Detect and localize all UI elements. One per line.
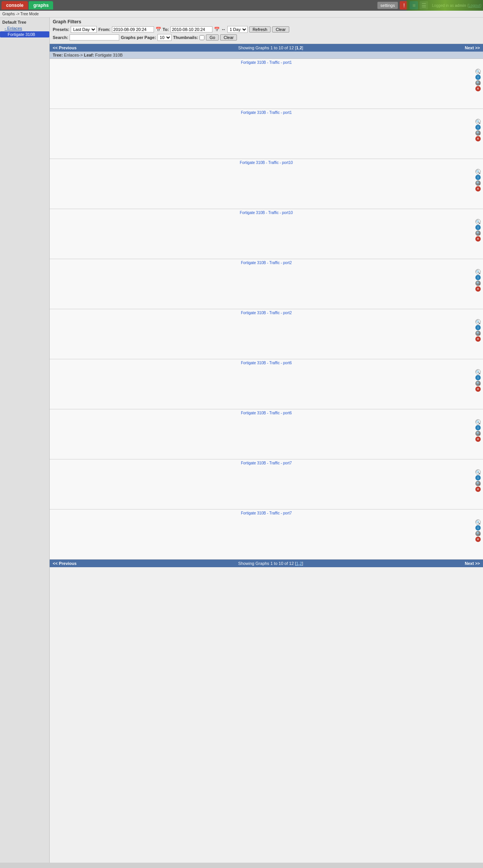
search-graph-icon[interactable]: 🔍 [475,230,481,236]
info-graph-icon[interactable]: i [475,125,481,130]
info-graph-icon[interactable]: i [475,525,481,531]
console-tab[interactable]: console [2,1,28,10]
search-graph-icon[interactable]: 🔍 [475,481,481,486]
sidebar: Default Tree - Enlaces Fortigate 310B [0,18,50,863]
next-button-top[interactable]: Next >> [465,45,480,50]
page-2-link-bottom[interactable]: 2 [300,561,302,566]
graph-icon-group: 🔍i🔍✕ [474,217,482,243]
graph-item: Fortigate 310B - Traffic - port1🔍i🔍✕ [50,109,483,159]
page-2-link-top[interactable]: 2 [300,45,302,50]
graph-title-link[interactable]: Fortigate 310B - Traffic - port7 [241,511,292,515]
graph-icon-group: 🔍i🔍✕ [474,368,482,393]
leaf-value: Fortigate 310B [95,53,123,57]
clear-button[interactable]: Clear [272,26,289,32]
search-graph-icon[interactable]: 🔍 [475,130,481,136]
graph-icon-group: 🔍i🔍✕ [474,117,482,143]
graph-plot-area: Fortigate 310B - Traffic - port2🔍i🔍✕ [50,309,483,359]
zoom-icon[interactable]: 🔍 [475,219,481,224]
interval-select[interactable]: 1 Day [227,26,248,33]
breadcrumb: Graphs -> Tree Mode [0,11,483,18]
search-graph-icon[interactable]: 🔍 [475,381,481,386]
graph-title-link[interactable]: Fortigate 310B - Traffic - port6 [241,411,292,415]
page-1-link-bottom[interactable]: 1 [296,561,298,566]
zoom-icon[interactable]: 🔍 [475,419,481,425]
refresh-button[interactable]: Refresh [249,26,271,32]
graph-item: Fortigate 310B - Traffic - port6🔍i🔍✕ [50,359,483,409]
search-graph-icon[interactable]: 🔍 [475,431,481,436]
info-graph-icon[interactable]: i [475,475,481,480]
zoom-icon[interactable]: 🔍 [475,69,481,74]
info-graph-icon[interactable]: i [475,75,481,80]
presets-select[interactable]: Last Day [71,26,97,33]
delete-graph-icon[interactable]: ✕ [475,136,481,141]
zoom-icon[interactable]: 🔍 [475,469,481,475]
delete-graph-icon[interactable]: ✕ [475,386,481,392]
graph-title-link[interactable]: Fortigate 310B - Traffic - port2 [241,311,292,315]
next-button-bottom[interactable]: Next >> [465,561,480,566]
page-1-link-top[interactable]: 1 [296,45,298,50]
thumbnails-checkbox[interactable] [199,35,204,40]
search-input[interactable] [70,34,119,41]
graph-title-link[interactable]: Fortigate 310B - Traffic - port10 [240,211,293,215]
graph-icon-group: 🔍i🔍✕ [474,418,482,443]
prev-button-bottom[interactable]: << Previous [53,561,76,566]
tree-label: Tree: [53,53,63,57]
zoom-icon[interactable]: 🔍 [475,519,481,525]
sidebar-default-tree[interactable]: Default Tree [0,19,49,25]
delete-graph-icon[interactable]: ✕ [475,436,481,442]
info-graph-icon[interactable]: i [475,425,481,430]
from-calendar-icon[interactable]: 📅 [156,27,161,32]
info-graph-icon[interactable]: i [475,375,481,380]
graph-title-link[interactable]: Fortigate 310B - Traffic - port7 [241,461,292,465]
graph-icon-group: 🔍i🔍✕ [474,518,482,544]
graph-item: Fortigate 310B - Traffic - port10🔍i🔍✕ [50,159,483,209]
zoom-icon[interactable]: 🔍 [475,269,481,274]
graphs-per-page-label: Graphs per Page: [121,35,156,40]
to-calendar-icon[interactable]: 📅 [214,27,220,32]
graph-title-link[interactable]: Fortigate 310B - Traffic - port6 [241,361,292,365]
info-graph-icon[interactable]: i [475,275,481,280]
from-input[interactable] [112,26,154,32]
delete-graph-icon[interactable]: ✕ [475,86,481,91]
graphs-tab[interactable]: graphs [29,1,53,10]
search-graph-icon[interactable]: 🔍 [475,281,481,286]
delete-graph-icon[interactable]: ✕ [475,537,481,542]
delete-graph-icon[interactable]: ✕ [475,336,481,342]
delete-graph-icon[interactable]: ✕ [475,236,481,242]
graph-title-link[interactable]: Fortigate 310B - Traffic - port1 [241,60,292,65]
sidebar-item-enlaces[interactable]: - Enlaces [0,25,49,31]
info-graph-icon[interactable]: i [475,325,481,330]
interval-arrow: ↔ [221,27,226,32]
graphs-per-page-select[interactable]: 10 [157,34,172,41]
zoom-icon[interactable]: 🔍 [475,369,481,375]
prev-button-top[interactable]: << Previous [53,45,76,50]
presets-label: Presets: [53,27,69,32]
zoom-icon[interactable]: 🔍 [475,119,481,124]
info-graph-icon[interactable]: i [475,225,481,230]
zoom-icon[interactable]: 🔍 [475,319,481,324]
delete-graph-icon[interactable]: ✕ [475,186,481,191]
settings-button[interactable]: settings [377,2,399,9]
search-graph-icon[interactable]: 🔍 [475,80,481,86]
delete-graph-icon[interactable]: ✕ [475,487,481,492]
graph-title-link[interactable]: Fortigate 310B - Traffic - port1 [241,110,292,115]
sidebar-item-fortigate[interactable]: Fortigate 310B [0,31,49,37]
clear2-button[interactable]: Clear [220,34,237,41]
graph-plot-area: Fortigate 310B - Traffic - port6🔍i🔍✕ [50,409,483,459]
showing-text-top: Showing Graphs 1 to 10 of 12 [1,2] [238,45,303,50]
graph-plot-area: Fortigate 310B - Traffic - port6🔍i🔍✕ [50,359,483,409]
zoom-icon[interactable]: 🔍 [475,169,481,174]
search-label: Search: [53,35,68,40]
search-graph-icon[interactable]: 🔍 [475,531,481,536]
graph-item: Fortigate 310B - Traffic - port10🔍i🔍✕ [50,209,483,259]
search-graph-icon[interactable]: 🔍 [475,331,481,336]
info-graph-icon[interactable]: i [475,175,481,180]
to-input[interactable] [170,26,212,32]
delete-graph-icon[interactable]: ✕ [475,286,481,292]
graph-title-link[interactable]: Fortigate 310B - Traffic - port2 [241,261,292,265]
graph-plot-area: Fortigate 310B - Traffic - port1🔍i🔍✕ [50,109,483,159]
graph-title-link[interactable]: Fortigate 310B - Traffic - port10 [240,161,293,165]
go-button[interactable]: Go [206,34,219,41]
search-graph-icon[interactable]: 🔍 [475,180,481,186]
bottom-pagination-bar: << Previous Showing Graphs 1 to 10 of 12… [50,560,483,567]
